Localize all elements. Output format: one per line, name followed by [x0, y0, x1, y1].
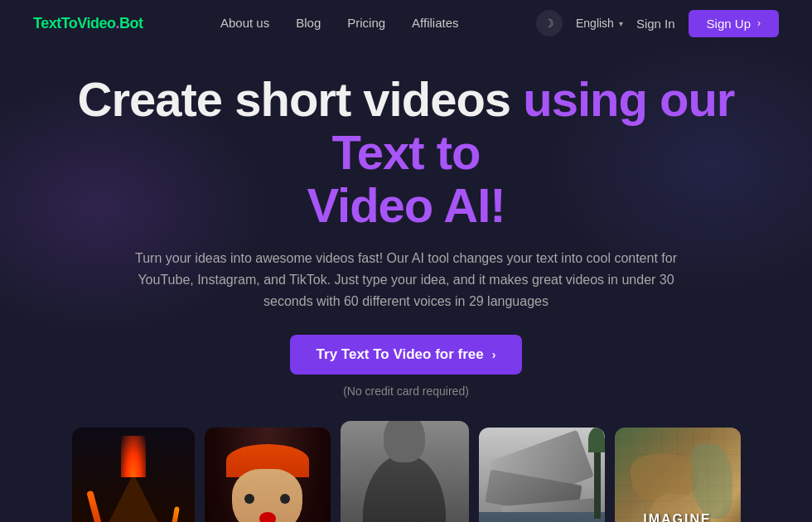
portrait-body	[363, 454, 446, 522]
clown-nose	[259, 512, 276, 522]
navbar: TextToVideo.Bot About us Blog Pricing Af…	[0, 0, 812, 46]
language-selector[interactable]: English ▾	[576, 17, 623, 30]
video-card-portrait	[341, 421, 469, 522]
arrow-right-icon: ›	[757, 17, 761, 29]
hero-subtitle: Turn your ideas into awesome videos fast…	[133, 248, 679, 312]
volcano-glow	[121, 436, 146, 477]
cta-button[interactable]: Try Text To Video for free ›	[290, 335, 523, 375]
nav-affiliates[interactable]: Affiliates	[412, 16, 458, 30]
dark-mode-button[interactable]: ☽	[536, 10, 563, 36]
moon-icon: ☽	[544, 17, 554, 30]
clown-left-eye	[244, 494, 254, 504]
map-background	[615, 428, 741, 522]
language-label: English	[576, 17, 614, 30]
machinery-background	[479, 428, 605, 522]
chevron-down-icon: ▾	[619, 19, 623, 28]
clown-face	[232, 469, 302, 522]
logo[interactable]: TextToVideo.Bot	[33, 15, 143, 32]
video-card-clown	[205, 428, 331, 522]
clown-right-eye	[280, 494, 290, 504]
tree-top	[588, 428, 605, 452]
no-credit-text: (No credit card required)	[50, 384, 762, 398]
hero-title: Create short videos using our Text to Vi…	[50, 73, 762, 231]
sign-in-button[interactable]: Sign In	[636, 17, 675, 31]
sign-up-label: Sign Up	[707, 17, 751, 31]
hero-title-accent2: Video AI!	[307, 178, 505, 232]
nav-about[interactable]: About us	[220, 16, 269, 30]
hero-section: Create short videos using our Text to Vi…	[0, 46, 812, 414]
machinery-ground	[479, 512, 605, 522]
video-row: TODAY, I'LL TELL... IT VOLCANOES.	[0, 414, 812, 522]
sign-up-button[interactable]: Sign Up ›	[689, 10, 779, 37]
map-label: IMAGINE	[643, 512, 711, 522]
hero-title-normal: Create short videos	[78, 72, 511, 126]
cta-label: Try Text To Video for free	[317, 346, 484, 363]
nav-blog[interactable]: Blog	[296, 16, 321, 30]
video-card-volcano: TODAY, I'LL TELL... IT VOLCANOES.	[72, 428, 195, 522]
portrait-background	[341, 421, 469, 522]
clown-eyes	[244, 494, 290, 504]
nav-pricing[interactable]: Pricing	[347, 16, 385, 30]
portrait-head	[384, 421, 425, 462]
clown-figure	[217, 444, 318, 522]
video-card-map: IMAGINE	[615, 428, 741, 522]
arrow-right-icon: ›	[492, 348, 496, 361]
nav-right: ☽ English ▾ Sign In Sign Up ›	[536, 10, 779, 37]
logo-text: TextToVideo.Bot	[33, 15, 143, 31]
volcano-background	[72, 428, 195, 522]
video-card-machinery	[479, 428, 605, 522]
clown-background	[205, 428, 331, 522]
nav-links: About us Blog Pricing Affiliates	[220, 16, 459, 31]
